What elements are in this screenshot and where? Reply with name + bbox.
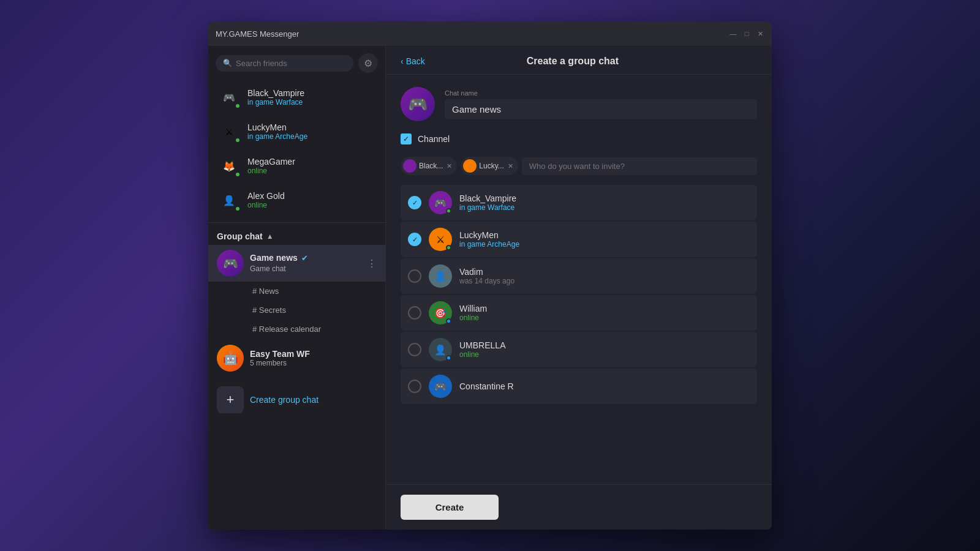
contact-checkbox[interactable]: ✓ [408, 233, 421, 246]
contact-status-dot [446, 355, 451, 361]
contact-item-william[interactable]: 🎯 William online [401, 295, 757, 331]
invite-tag-bv-tag: Black... ✕ [401, 157, 457, 175]
contact-avatar-wrap: 🎮 [429, 191, 452, 214]
create-group-label: Create group chat [250, 395, 318, 405]
friend-name: Alex Gold [247, 191, 377, 201]
easy-team-info: Easy Team WF 5 members [250, 349, 377, 367]
friend-info: MegaGamer online [247, 157, 377, 175]
friend-info: Alex Gold online [247, 191, 377, 209]
contact-sub: online [459, 350, 750, 359]
chat-name-label: Chat name [445, 89, 757, 97]
search-bar: 🔍 ⚙ [208, 46, 385, 78]
panel-title: Create a group chat [425, 56, 720, 67]
contact-checkbox[interactable] [408, 269, 421, 283]
back-label: Back [406, 56, 425, 66]
friend-item-mega-gamer[interactable]: 🦊 MegaGamer online [208, 149, 385, 183]
contact-item-lucky-men[interactable]: ✓ ⚔ LuckyMen in game ArcheAge [401, 222, 757, 257]
contact-avatar-wrap: 🎯 [429, 301, 452, 324]
contact-name: UMBRELLA [459, 340, 750, 350]
search-input[interactable] [236, 59, 346, 68]
right-header: ‹ Back Create a group chat [386, 46, 772, 75]
contact-name: Constantine R [459, 381, 750, 391]
friend-status: online [247, 201, 377, 209]
minimize-button[interactable]: — [729, 29, 737, 38]
invite-tag-remove[interactable]: ✕ [447, 162, 452, 170]
contact-name: William [459, 304, 750, 313]
group-news-sub: Game chat [250, 264, 286, 273]
main-area: 🔍 ⚙ 🎮 Black_Vampire in game Warface ⚔ Lu… [208, 46, 772, 530]
contact-info: Constantine R [459, 381, 750, 391]
contact-checkbox[interactable] [408, 343, 421, 356]
search-icon: 🔍 [223, 59, 232, 67]
channel-toggle: ✓ Channel [401, 133, 757, 144]
avatar-wrap: 🎮 [217, 85, 241, 110]
invite-tag-lm-tag: Lucky... ✕ [461, 157, 518, 175]
channel-item-release-calendar[interactable]: # Release calendar [208, 320, 385, 339]
channel-item-news[interactable]: # News [208, 282, 385, 301]
contact-sub: in game ArcheAge [459, 240, 750, 249]
invite-input[interactable] [522, 157, 757, 175]
friend-status: in game Warface [247, 98, 377, 107]
contact-name: Vadim [459, 267, 750, 277]
verified-badge-icon: ✔ [301, 253, 308, 263]
app-title: MY.GAMES Messenger [216, 29, 729, 39]
channel-item-secrets[interactable]: # Secrets [208, 301, 385, 320]
contact-item-black-vampire[interactable]: ✓ 🎮 Black_Vampire in game Warface [401, 185, 757, 220]
contact-checkbox[interactable]: ✓ [408, 196, 421, 209]
chat-avatar-picker[interactable]: 🎮 [401, 87, 435, 121]
contact-avatar-wrap: ⚔ [429, 228, 452, 251]
maximize-button[interactable]: □ [742, 29, 751, 38]
chat-avatar-row: 🎮 Chat name [401, 87, 757, 121]
channels-list: # News# Secrets# Release calendar [208, 282, 385, 339]
settings-button[interactable]: ⚙ [358, 53, 378, 73]
right-body: 🎮 Chat name ✓ Channel Black... ✕ Lucky.. [386, 75, 772, 484]
group-chat-header[interactable]: Group chat ▲ [208, 225, 385, 245]
invite-tag-avatar [403, 159, 417, 173]
contact-name: LuckyMen [459, 230, 750, 240]
easy-team-item[interactable]: 🤖 Easy Team WF 5 members [208, 339, 385, 378]
contacts-list: ✓ 🎮 Black_Vampire in game Warface ✓ ⚔ Lu… [401, 185, 757, 404]
contact-item-constantine[interactable]: 🎮 Constantine R [401, 369, 757, 404]
contact-status-dot [446, 318, 451, 324]
group-item-game-news[interactable]: 🎮 Game news ✔ Game chat ⋮ [208, 245, 385, 282]
chevron-left-icon: ‹ [401, 56, 404, 66]
more-options-button[interactable]: ⋮ [367, 258, 377, 269]
friend-item-lucky-men[interactable]: ⚔ LuckyMen in game ArcheAge [208, 114, 385, 149]
avatar-wrap: 🦊 [217, 154, 241, 178]
channel-checkbox[interactable]: ✓ [401, 133, 412, 144]
contact-avatar-wrap: 🎮 [429, 375, 452, 398]
friend-status: online [247, 167, 377, 175]
plus-icon: + [217, 386, 244, 413]
create-group-chat-button[interactable]: + Create group chat [208, 380, 385, 419]
create-button[interactable]: Create [401, 495, 499, 520]
close-button[interactable]: ✕ [756, 29, 764, 38]
group-name-row: Game news ✔ [250, 253, 361, 263]
contact-sub: in game Warface [459, 203, 750, 212]
group-news-avatar: 🎮 [217, 250, 244, 277]
friend-item-alex-gold[interactable]: 👤 Alex Gold online [208, 183, 385, 217]
contact-checkbox[interactable] [408, 306, 421, 320]
contact-avatar-wrap: 👤 [429, 338, 452, 361]
status-dot [235, 206, 241, 212]
avatar-wrap: 👤 [217, 188, 241, 212]
invite-tag-remove[interactable]: ✕ [508, 162, 513, 170]
back-button[interactable]: ‹ Back [401, 56, 425, 66]
friend-status: in game ArcheAge [247, 132, 377, 141]
channel-label: Channel [418, 134, 450, 144]
invite-tag-avatar [463, 159, 477, 173]
window-controls: — □ ✕ [729, 29, 764, 38]
status-dot [235, 103, 241, 109]
contact-avatar: 🎮 [429, 375, 452, 398]
contact-item-vadim[interactable]: 👤 Vadim was 14 days ago [401, 258, 757, 294]
contact-item-umbrella[interactable]: 👤 UMBRELLA online [401, 332, 757, 367]
friend-name: Black_Vampire [247, 88, 377, 98]
friend-item-black-vampire[interactable]: 🎮 Black_Vampire in game Warface [208, 80, 385, 114]
contact-status-dot [446, 245, 451, 250]
right-panel: ‹ Back Create a group chat 🎮 Chat name [386, 46, 772, 530]
easy-team-name: Easy Team WF [250, 349, 377, 359]
divider [208, 222, 385, 223]
chat-name-input[interactable] [445, 99, 757, 119]
contact-checkbox[interactable] [408, 380, 421, 393]
friend-name: MegaGamer [247, 157, 377, 167]
invite-tag-name: Black... [419, 162, 443, 170]
